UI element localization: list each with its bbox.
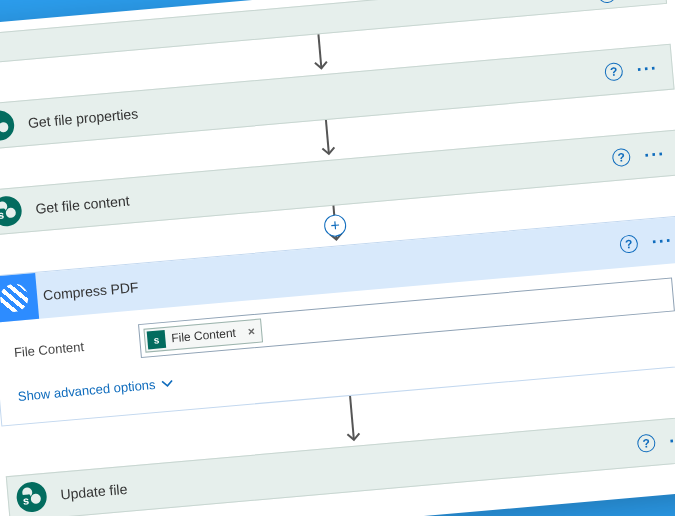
- flow-container: ? ··· s Get file properties ? ··· s Get …: [0, 0, 675, 516]
- svg-line-1: [325, 120, 328, 154]
- connector-arrow[interactable]: [316, 119, 337, 160]
- more-icon[interactable]: ···: [651, 240, 672, 242]
- dynamic-content-token[interactable]: s File Content ×: [143, 318, 262, 352]
- sharepoint-icon: s: [0, 186, 31, 236]
- step-card-update-file[interactable]: s Update file ? ···: [5, 415, 675, 516]
- sharepoint-icon: s: [146, 330, 166, 350]
- connector-arrow[interactable]: [309, 34, 330, 75]
- svg-line-3: [350, 396, 354, 440]
- step-title: [15, 0, 598, 46]
- show-advanced-options-link[interactable]: Show advanced options: [17, 375, 174, 404]
- sharepoint-icon: s: [0, 101, 24, 151]
- step-card-compress-pdf: Compress PDF ? ··· File Content s File C…: [0, 215, 675, 426]
- more-icon[interactable]: ···: [669, 439, 675, 441]
- help-icon[interactable]: ?: [611, 148, 631, 168]
- step-title: Get file properties: [21, 65, 605, 132]
- step-title: Update file: [53, 436, 637, 503]
- connector-arrow-with-add[interactable]: +: [324, 205, 345, 246]
- sharepoint-icon: [0, 31, 16, 65]
- sharepoint-icon: s: [6, 472, 56, 516]
- help-icon[interactable]: ?: [604, 62, 624, 82]
- help-icon[interactable]: ?: [597, 0, 617, 4]
- advanced-options-label: Show advanced options: [17, 377, 156, 404]
- chevron-down-icon: [160, 375, 173, 391]
- flow-canvas: ? ··· s Get file properties ? ··· s Get …: [0, 0, 675, 516]
- token-label: File Content: [170, 326, 236, 346]
- step-title: Get file content: [28, 150, 612, 217]
- more-icon[interactable]: ···: [644, 154, 665, 156]
- more-icon[interactable]: ···: [636, 68, 657, 70]
- compress-pdf-icon: [0, 273, 39, 323]
- param-label: File Content: [13, 335, 124, 360]
- remove-token-button[interactable]: ×: [247, 324, 255, 339]
- svg-line-0: [318, 34, 321, 68]
- help-icon[interactable]: ?: [636, 434, 656, 454]
- step-card-get-file-properties[interactable]: s Get file properties ? ···: [0, 44, 674, 151]
- connector-arrow[interactable]: [341, 395, 363, 446]
- help-icon[interactable]: ?: [619, 234, 639, 254]
